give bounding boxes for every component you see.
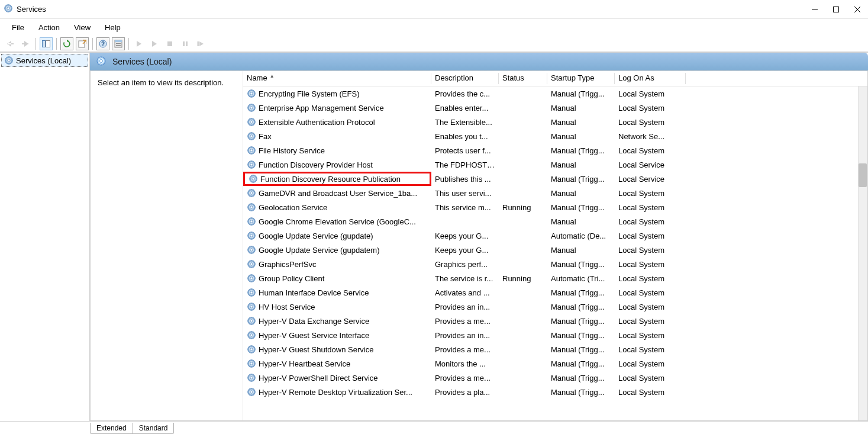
table-row[interactable]: FaxEnables you t...ManualNetwork Se... <box>243 129 867 143</box>
service-pause-button[interactable] <box>179 37 192 50</box>
service-description: Enables you t... <box>431 132 499 141</box>
svg-rect-4 <box>46 40 50 47</box>
service-restart-button[interactable] <box>148 37 161 50</box>
service-logon: Local System <box>615 104 686 112</box>
menu-help[interactable]: Help <box>98 21 128 34</box>
window-maximize-button[interactable] <box>825 0 847 19</box>
gear-icon <box>247 103 256 112</box>
service-name: Function Discovery Resource Publication <box>260 175 401 184</box>
content-pane: Services (Local) Select an item to view … <box>90 53 868 421</box>
column-description[interactable]: Description <box>431 71 499 86</box>
tab-extended[interactable]: Extended <box>90 423 133 434</box>
view-tabs: Extended Standard <box>0 421 868 434</box>
gear-icon <box>247 131 256 141</box>
service-name: Google Update Service (gupdatem) <box>259 246 380 255</box>
toolbar-separator <box>128 38 129 50</box>
service-startup: Manual (Trigg... <box>547 203 615 212</box>
column-startup[interactable]: Startup Type <box>547 71 615 86</box>
scroll-thumb[interactable] <box>859 163 867 187</box>
nav-forward-button[interactable] <box>19 37 32 50</box>
service-description: Enables enter... <box>431 104 499 112</box>
table-row[interactable]: Hyper-V Guest Shutdown ServiceProvides a… <box>243 342 867 356</box>
gear-icon <box>247 302 256 311</box>
table-row[interactable]: Google Update Service (gupdatem)Keeps yo… <box>243 243 867 257</box>
export-button[interactable] <box>76 37 89 50</box>
column-name[interactable]: Name▲ <box>243 71 431 86</box>
menu-file[interactable]: File <box>5 21 31 34</box>
table-row[interactable]: Google Chrome Elevation Service (GoogleC… <box>243 214 867 229</box>
table-header: Name▲ Description Status Startup Type Lo… <box>243 71 867 86</box>
service-description: Provides a me... <box>431 345 499 354</box>
service-name: Group Policy Client <box>259 274 324 283</box>
table-row[interactable]: Function Discovery Provider HostThe FDPH… <box>243 157 867 172</box>
gear-icon <box>247 359 256 368</box>
gear-icon <box>247 117 256 127</box>
service-logon: Local System <box>615 288 686 297</box>
window-close-button[interactable] <box>847 0 868 19</box>
table-row[interactable]: Hyper-V Guest Service InterfaceProvides … <box>243 328 867 342</box>
menu-action[interactable]: Action <box>31 21 67 34</box>
service-description: This service m... <box>431 203 499 212</box>
service-startup: Manual <box>547 118 615 127</box>
column-status[interactable]: Status <box>499 71 547 86</box>
nav-back-button[interactable] <box>4 37 17 50</box>
svg-rect-12 <box>167 41 172 46</box>
column-logon[interactable]: Log On As <box>615 71 686 86</box>
show-hide-tree-button[interactable] <box>40 37 53 50</box>
table-row[interactable]: GraphicsPerfSvcGraphics perf...Manual (T… <box>243 257 867 271</box>
service-description: Provides a me... <box>431 374 499 382</box>
service-startup: Manual (Trigg... <box>547 175 615 184</box>
svg-rect-15 <box>198 41 199 46</box>
help-button[interactable]: ? <box>96 37 109 50</box>
table-row[interactable]: Hyper-V Data Exchange ServiceProvides a … <box>243 314 867 328</box>
service-description: Activates and ... <box>431 288 499 297</box>
table-row[interactable]: Encrypting File System (EFS)Provides the… <box>243 86 867 101</box>
service-resume-button[interactable] <box>194 37 207 50</box>
service-logon: Network Se... <box>615 132 686 141</box>
service-description: Keeps your G... <box>431 246 499 255</box>
gear-icon <box>247 231 256 240</box>
table-row[interactable]: Human Interface Device ServiceActivates … <box>243 285 867 300</box>
table-row[interactable]: Google Update Service (gupdate)Keeps you… <box>243 229 867 243</box>
table-row[interactable]: Hyper-V Remote Desktop Virtualization Se… <box>243 385 867 399</box>
service-logon: Local System <box>615 359 686 368</box>
service-logon: Local System <box>615 203 686 212</box>
gear-icon <box>247 89 256 98</box>
service-name: Encrypting File System (EFS) <box>259 89 360 98</box>
content-title: Services (Local) <box>112 57 172 66</box>
properties-button[interactable] <box>112 37 125 50</box>
table-row[interactable]: Group Policy ClientThe service is r...Ru… <box>243 271 867 285</box>
service-startup: Manual (Trigg... <box>547 303 615 311</box>
table-row[interactable]: Enterprise App Management ServiceEnables… <box>243 101 867 115</box>
table-row[interactable]: HV Host ServiceProvides an in...Manual (… <box>243 300 867 314</box>
table-row[interactable]: File History ServiceProtects user f...Ma… <box>243 143 867 157</box>
service-name: Hyper-V Heartbeat Service <box>259 359 350 368</box>
tab-standard[interactable]: Standard <box>133 423 175 434</box>
service-logon: Local System <box>615 317 686 326</box>
service-name: GraphicsPerfSvc <box>259 260 317 269</box>
tree-item-services-local[interactable]: Services (Local) <box>1 54 88 67</box>
refresh-button[interactable] <box>60 37 73 50</box>
menu-view[interactable]: View <box>67 21 98 34</box>
service-name: GameDVR and Broadcast User Service_1ba..… <box>259 189 417 198</box>
service-description: Provides a me... <box>431 317 499 326</box>
table-row[interactable]: Function Discovery Resource PublicationP… <box>243 172 867 186</box>
menu-bar: File Action View Help <box>0 19 868 36</box>
vertical-scrollbar[interactable] <box>858 86 867 420</box>
gear-icon <box>96 56 107 68</box>
table-row[interactable]: GameDVR and Broadcast User Service_1ba..… <box>243 186 867 200</box>
service-start-button[interactable] <box>133 37 146 50</box>
table-row[interactable]: Hyper-V PowerShell Direct ServiceProvide… <box>243 371 867 385</box>
toolbar-separator <box>36 38 36 50</box>
window-minimize-button[interactable] <box>804 0 825 19</box>
service-logon: Local System <box>615 246 686 255</box>
table-row[interactable]: Geolocation ServiceThis service m...Runn… <box>243 200 867 214</box>
table-row[interactable]: Hyper-V Heartbeat ServiceMonitors the ..… <box>243 356 867 371</box>
table-row[interactable]: Extensible Authentication ProtocolThe Ex… <box>243 115 867 129</box>
service-startup: Manual (Trigg... <box>547 89 615 98</box>
service-startup: Manual <box>547 189 615 198</box>
service-description: Provides an in... <box>431 303 499 311</box>
service-name: File History Service <box>259 146 325 155</box>
toolbar-separator <box>92 38 93 50</box>
service-stop-button[interactable] <box>163 37 176 50</box>
